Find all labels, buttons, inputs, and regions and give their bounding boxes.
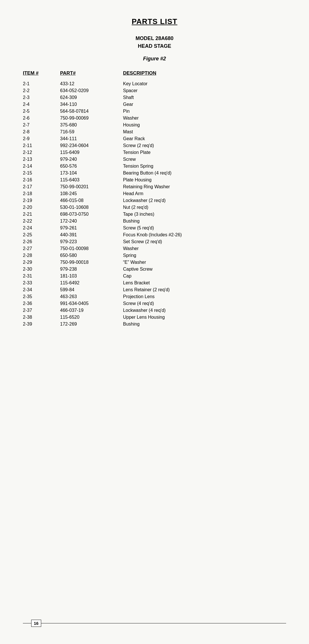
table-row: 2-11992-234-0604Screw (2 req'd) (23, 142, 286, 149)
cell-item: 2-22 (23, 218, 60, 225)
table-row: 2-16115-6403Plate Housing (23, 177, 286, 183)
cell-item: 2-25 (23, 231, 60, 238)
table-row: 2-1433-12Key Locator (23, 80, 286, 87)
cell-item: 2-14 (23, 163, 60, 170)
footer-line-right (41, 623, 286, 623)
cell-part: 650-580 (60, 252, 123, 259)
cell-description: Screw (2 req'd) (123, 142, 286, 149)
cell-item: 2-38 (23, 314, 60, 321)
model-info: MODEL 28A680 HEAD STAGE (23, 35, 286, 50)
figure-label: Figure #2 (23, 56, 286, 62)
table-row: 2-25440-391Focus Knob (Includes #2-26) (23, 231, 286, 238)
cell-description: “E” Washer (123, 259, 286, 266)
cell-part: 698-073-0750 (60, 211, 123, 218)
table-row: 2-7375-680Housing (23, 122, 286, 128)
cell-description: Bushing (123, 218, 286, 225)
cell-part: 440-391 (60, 231, 123, 238)
parts-table: ITEM # PART# DESCRIPTION 2-1433-12Key Lo… (23, 70, 286, 328)
cell-description: Screw (5 req'd) (123, 225, 286, 231)
cell-description: Screw (123, 156, 286, 163)
cell-item: 2-6 (23, 115, 60, 122)
cell-item: 2-11 (23, 142, 60, 149)
table-row: 2-5564-58-07814Pin (23, 108, 286, 115)
page-number: 16 (31, 620, 41, 627)
table-row: 2-17750-99-00201Retaining Ring Washer (23, 183, 286, 190)
table-row: 2-35463-263Projection Lens (23, 293, 286, 300)
cell-item: 2-4 (23, 101, 60, 108)
cell-description: Mast (123, 128, 286, 135)
cell-description: Head Arm (123, 190, 286, 197)
table-row: 2-30979-238Captive Screw (23, 266, 286, 273)
table-row: 2-12115-6409Tension Plate (23, 149, 286, 156)
cell-description: Key Locator (123, 80, 286, 87)
table-row: 2-26979-223Set Screw (2 req'd) (23, 238, 286, 245)
cell-part: 181-103 (60, 273, 123, 280)
cell-part: 344-110 (60, 101, 123, 108)
table-row: 2-2634-052-0209Spacer (23, 87, 286, 94)
cell-part: 433-12 (60, 80, 123, 87)
cell-item: 2-9 (23, 135, 60, 142)
cell-part: 979-261 (60, 225, 123, 231)
cell-item: 2-37 (23, 307, 60, 314)
cell-part: 108-245 (60, 190, 123, 197)
col-header-part: PART# (60, 70, 123, 80)
cell-part: 115-6492 (60, 280, 123, 286)
cell-item: 2-2 (23, 87, 60, 94)
cell-item: 2-30 (23, 266, 60, 273)
cell-description: Upper Lens Housing (123, 314, 286, 321)
table-row: 2-33115-6492Lens Bracket (23, 280, 286, 286)
page-title: PARTS LIST (23, 17, 286, 26)
cell-description: Housing (123, 122, 286, 128)
cell-part: 716-59 (60, 128, 123, 135)
cell-description: Lockwasher (4 req'd) (123, 307, 286, 314)
cell-item: 2-5 (23, 108, 60, 115)
cell-item: 2-36 (23, 300, 60, 307)
cell-description: Set Screw (2 req'd) (123, 238, 286, 245)
cell-item: 2-26 (23, 238, 60, 245)
cell-description: Tension Spring (123, 163, 286, 170)
table-row: 2-38115-6520Upper Lens Housing (23, 314, 286, 321)
cell-item: 2-12 (23, 149, 60, 156)
cell-item: 2-34 (23, 286, 60, 293)
cell-item: 2-13 (23, 156, 60, 163)
table-row: 2-15173-104Bearing Button (4 req'd) (23, 170, 286, 177)
cell-item: 2-19 (23, 197, 60, 204)
cell-part: 344-111 (60, 135, 123, 142)
cell-part: 624-309 (60, 94, 123, 101)
cell-description: Spacer (123, 87, 286, 94)
cell-description: Lens Retainer (2 req'd) (123, 286, 286, 293)
cell-part: 992-234-0604 (60, 142, 123, 149)
table-row: 2-19466-015-08Lockwasher (2 req'd) (23, 197, 286, 204)
cell-item: 2-24 (23, 225, 60, 231)
cell-part: 115-6520 (60, 314, 123, 321)
col-header-description: DESCRIPTION (123, 70, 286, 80)
cell-item: 2-15 (23, 170, 60, 177)
table-row: 2-3624-309Shaft (23, 94, 286, 101)
cell-item: 2-1 (23, 80, 60, 87)
table-row: 2-31181-103Cap (23, 273, 286, 280)
cell-part: 172-240 (60, 218, 123, 225)
cell-description: Plate Housing (123, 177, 286, 183)
table-row: 2-6750-99-00069Washer (23, 115, 286, 122)
cell-part: 115-6403 (60, 177, 123, 183)
table-row: 2-22172-240Bushing (23, 218, 286, 225)
col-header-item: ITEM # (23, 70, 60, 80)
footer-line-left (23, 623, 31, 623)
cell-item: 2-33 (23, 280, 60, 286)
cell-description: Cap (123, 273, 286, 280)
cell-part: 750-01-00098 (60, 245, 123, 252)
cell-part: 634-052-0209 (60, 87, 123, 94)
cell-item: 2-28 (23, 252, 60, 259)
model-line1: MODEL 28A680 (23, 35, 286, 42)
cell-description: Retaining Ring Washer (123, 183, 286, 190)
cell-description: Lockwasher (2 req'd) (123, 197, 286, 204)
cell-item: 2-29 (23, 259, 60, 266)
table-row: 2-37466-037-19Lockwasher (4 req'd) (23, 307, 286, 314)
table-row: 2-29750-99-00018“E” Washer (23, 259, 286, 266)
table-row: 2-39172-269Bushing (23, 321, 286, 328)
cell-item: 2-3 (23, 94, 60, 101)
cell-part: 173-104 (60, 170, 123, 177)
cell-part: 466-037-19 (60, 307, 123, 314)
cell-part: 172-269 (60, 321, 123, 328)
cell-item: 2-17 (23, 183, 60, 190)
